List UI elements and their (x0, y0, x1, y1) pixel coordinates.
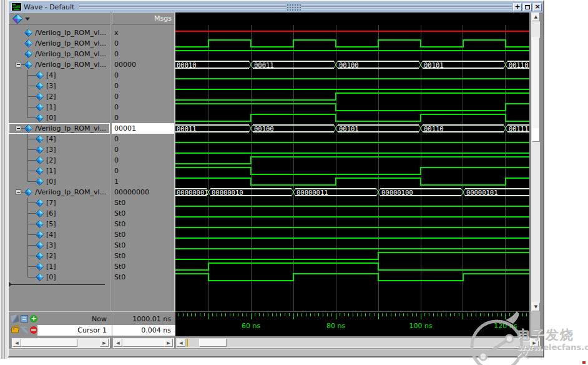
signal-value[interactable]: St0 (112, 229, 174, 240)
signal-value[interactable]: St0 (112, 272, 174, 282)
signal-row[interactable]: [3] (9, 240, 110, 251)
signal-value[interactable]: 0 (112, 134, 174, 144)
delete-cursor-icon[interactable] (30, 326, 37, 334)
signal-row[interactable]: /Verilog_Ip_ROM_vl... (9, 187, 110, 198)
signal-value[interactable]: St0 (112, 219, 174, 229)
window-left-edge (0, 0, 7, 359)
signal-value[interactable]: 0 (112, 102, 174, 112)
signal-value[interactable]: St0 (112, 208, 174, 219)
note-icon[interactable] (21, 315, 28, 322)
lock-cursor-icon[interactable] (11, 328, 19, 333)
signal-value[interactable]: St0 (112, 261, 174, 272)
signal-value[interactable]: 0 (112, 81, 174, 91)
scroll-right-icon[interactable]: ▶ (164, 339, 173, 347)
signal-value[interactable]: St0 (112, 240, 174, 251)
signal-value[interactable]: 0 (112, 49, 174, 59)
vertical-scrollbar[interactable]: ▲ ▼ (531, 12, 540, 311)
signal-row[interactable]: [4] (9, 70, 110, 81)
signal-row[interactable]: [3] (9, 144, 110, 155)
names-hscrollbar-thumb[interactable] (21, 339, 77, 347)
vertical-scrollbar-page[interactable] (532, 128, 539, 141)
add-cursor-icon[interactable] (30, 315, 37, 322)
signal-row[interactable]: [0] (9, 272, 110, 282)
names-hscrollbar[interactable]: ◀ ▶ (11, 338, 110, 348)
cursor-label[interactable]: Cursor 1 (37, 325, 110, 336)
signal-row[interactable]: [2] (9, 91, 110, 102)
signal-row[interactable]: [0] (9, 176, 110, 187)
scroll-right-icon[interactable]: ▶ (100, 339, 109, 347)
signal-name: /Verilog_Ip_ROM_vl... (35, 123, 106, 134)
signal-row[interactable]: /Verilog_Ip_ROM_vl... (9, 38, 110, 49)
signal-row[interactable]: /Verilog_Ip_ROM_vl... (9, 49, 110, 59)
collapse-toggle-icon[interactable] (16, 189, 21, 195)
signal-value[interactable]: x (112, 28, 174, 38)
scroll-down-icon[interactable]: ▼ (532, 302, 540, 311)
close-button[interactable]: × (533, 3, 542, 11)
signal-value[interactable]: 0 (112, 70, 174, 81)
titlebar[interactable]: Wave - Default + × (9, 1, 543, 12)
signal-row[interactable]: /Verilog_Ip_ROM_vl... (9, 123, 110, 134)
signal-row[interactable]: [6] (9, 208, 110, 219)
signal-row[interactable]: [4] (9, 134, 110, 144)
signal-row[interactable]: /Verilog_Ip_ROM_vl... (9, 59, 110, 70)
waveform-area[interactable]: 0001000011001000010100110000110010000101… (175, 12, 529, 311)
values-hscrollbar-thumb[interactable] (122, 339, 165, 347)
signal-value[interactable]: 00000000 (112, 187, 174, 198)
collapse-toggle-icon[interactable] (16, 126, 21, 131)
wrench-icon[interactable] (21, 326, 28, 334)
scroll-left-icon[interactable]: ◀ (114, 339, 122, 347)
chevron-down-icon[interactable] (25, 18, 30, 21)
signal-value[interactable]: 00001 (112, 123, 174, 134)
scroll-right-icon[interactable]: ▶ (530, 339, 539, 347)
scroll-left-icon[interactable]: ◀ (177, 339, 185, 347)
signal-value[interactable]: 0 (112, 112, 174, 123)
signal-row[interactable]: [4] (9, 229, 110, 240)
signal-value[interactable]: 0 (112, 155, 174, 166)
values-hscrollbar[interactable]: ◀ ▶ (112, 338, 174, 348)
signal-row[interactable]: [5] (9, 219, 110, 229)
signal-row[interactable]: [0] (9, 112, 110, 123)
timeline-ruler[interactable]: 60 ns80 ns100 ns120 ns (175, 311, 529, 336)
signal-row[interactable]: [1] (9, 261, 110, 272)
signal-diamond-icon (36, 241, 44, 249)
signal-value[interactable]: 1 (112, 176, 174, 187)
restore-button[interactable] (523, 3, 532, 11)
signal-name: /Verilog_Ip_ROM_vl... (35, 49, 106, 59)
wave-hscrollbar[interactable]: ◀ ▶ (175, 338, 540, 348)
titlebar-grip-dots[interactable] (287, 4, 301, 11)
scroll-left-icon[interactable]: ◀ (12, 339, 21, 347)
scrollbar-corner (531, 311, 540, 336)
window-title: Wave - Default (24, 3, 74, 11)
cursor-row[interactable]: Cursor 1 0.004 ns (9, 325, 175, 336)
signal-value[interactable]: 00000 (112, 59, 174, 70)
wave-hscrollbar-thumb[interactable] (199, 339, 227, 347)
signal-values-panel: Msgs x000000000000000010000100000000St0S… (112, 12, 174, 311)
titlebar-grip[interactable] (79, 3, 512, 11)
signal-diamond-icon (36, 114, 44, 122)
collapse-toggle-icon[interactable] (16, 62, 21, 68)
signal-value[interactable]: St0 (112, 251, 174, 261)
signal-diamond-icon (36, 252, 44, 260)
signal-value[interactable]: 0 (112, 144, 174, 155)
signal-row[interactable]: [7] (9, 198, 110, 208)
stamp-icon[interactable] (11, 314, 19, 323)
signal-row[interactable]: [2] (9, 155, 110, 166)
signal-value[interactable]: 0 (112, 166, 174, 176)
signal-row[interactable]: /Verilog_Ip_ROM_vl... (9, 28, 110, 38)
signal-diamond-icon (24, 39, 32, 48)
vertical-scrollbar-thumb[interactable] (532, 38, 540, 142)
tree-line (27, 75, 36, 76)
dock-button[interactable]: + (513, 3, 522, 11)
signal-value[interactable]: 0 (112, 38, 174, 49)
signal-value[interactable]: St0 (112, 198, 174, 208)
signal-value[interactable]: 0 (112, 91, 174, 102)
signal-group-icon[interactable] (12, 14, 22, 24)
cursor-value[interactable]: 0.004 ns (112, 325, 174, 336)
signal-row[interactable]: [2] (9, 251, 110, 261)
signal-row[interactable]: [1] (9, 102, 110, 112)
signal-row[interactable]: [1] (9, 166, 110, 176)
names-values-splitter[interactable] (110, 12, 111, 311)
waveform-canvas[interactable]: 0001000011001000010100110000110010000101… (175, 12, 529, 311)
signal-row[interactable]: [3] (9, 81, 110, 91)
scroll-up-icon[interactable]: ▲ (532, 12, 540, 21)
